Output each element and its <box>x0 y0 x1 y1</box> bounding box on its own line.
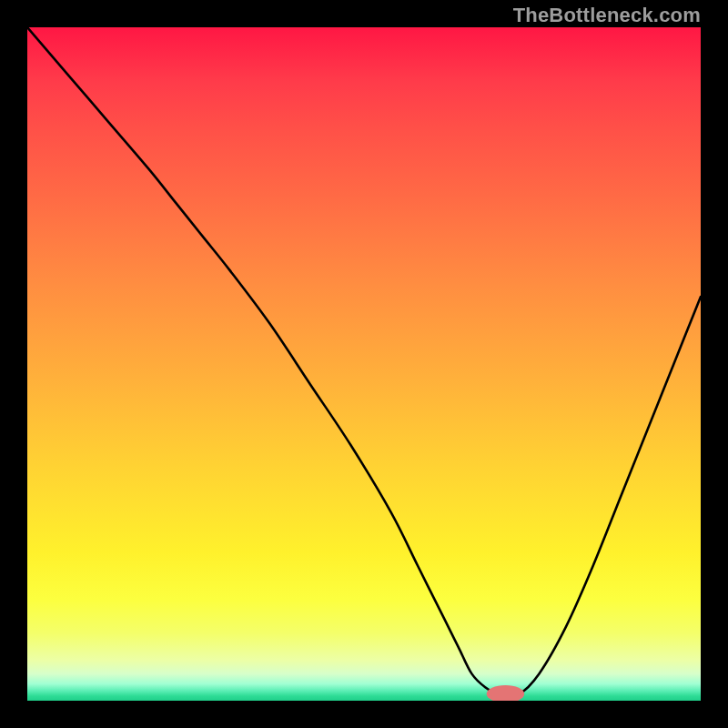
curve-layer <box>27 27 701 701</box>
bottleneck-curve <box>27 27 701 696</box>
optimum-marker <box>487 685 524 701</box>
watermark-text: TheBottleneck.com <box>513 4 701 27</box>
plot-area <box>27 27 701 701</box>
chart-frame: TheBottleneck.com <box>0 0 728 728</box>
